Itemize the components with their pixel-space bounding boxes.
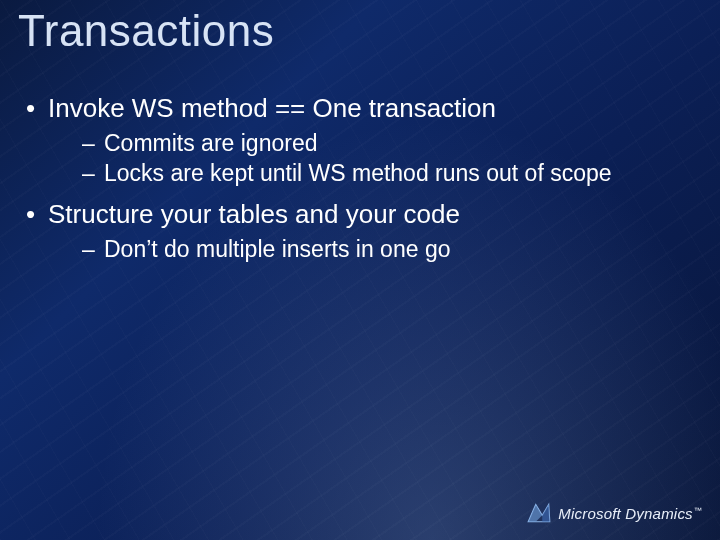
slide-title: Transactions [18,6,274,56]
slide-content: Invoke WS method == One transaction Comm… [20,92,700,273]
bullet-list: Invoke WS method == One transaction Comm… [20,92,700,263]
bullet-text: Structure your tables and your code [48,199,460,229]
bullet-text: Locks are kept until WS method runs out … [104,160,612,186]
footer-logo: Microsoft Dynamics™ [526,500,702,526]
bullet-text: Invoke WS method == One transaction [48,93,496,123]
footer-brand-text: Microsoft Dynamics™ [558,505,702,522]
list-item: Commits are ignored [48,129,700,158]
sub-bullet-list: Don’t do multiple inserts in one go [48,235,700,264]
trademark-symbol: ™ [694,506,702,515]
bullet-text: Don’t do multiple inserts in one go [104,236,450,262]
list-item: Don’t do multiple inserts in one go [48,235,700,264]
slide: Transactions Invoke WS method == One tra… [0,0,720,540]
list-item: Locks are kept until WS method runs out … [48,159,700,188]
list-item: Structure your tables and your code Don’… [20,198,700,263]
bullet-text: Commits are ignored [104,130,317,156]
dynamics-logo-icon [526,500,552,526]
sub-bullet-list: Commits are ignored Locks are kept until… [48,129,700,189]
brand-name: Microsoft Dynamics [558,505,692,522]
list-item: Invoke WS method == One transaction Comm… [20,92,700,188]
